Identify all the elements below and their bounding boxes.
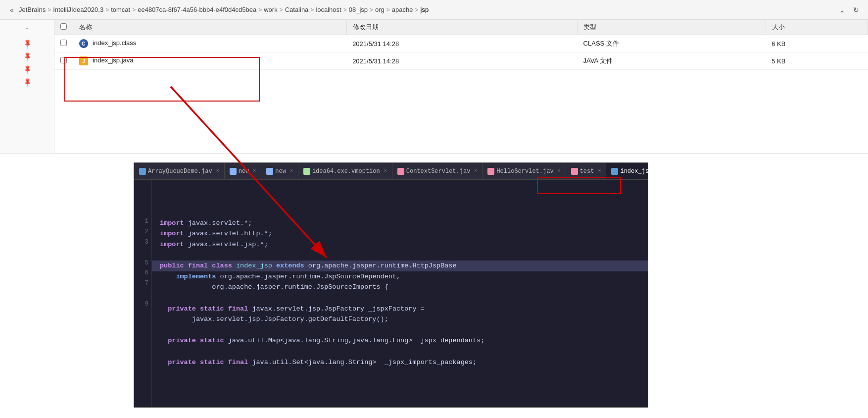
code-line-import2: import javax.servlet.http.*; [160, 228, 640, 239]
sep-2: > [105, 6, 109, 13]
code-line-blank-1 [160, 186, 640, 197]
tab-close-test[interactable]: × [598, 168, 601, 174]
sep-6: > [310, 6, 314, 13]
sep-7: > [343, 6, 347, 13]
code-line-implements2: org.apache.jasper.runtime.JspSourceImpor… [160, 282, 640, 293]
code-content[interactable]: import javax.servlet.*; import javax.ser… [152, 180, 648, 407]
tab-close-contextservlet[interactable]: × [474, 168, 477, 174]
code-line-blank4 [160, 250, 640, 261]
svg-text:J: J [82, 58, 85, 64]
tab-close-new2[interactable]: × [290, 168, 293, 174]
code-line-private2: private static java.util.Map<java.lang.S… [160, 335, 640, 346]
breadcrumb-item-3[interactable]: tomcat [111, 6, 130, 13]
code-line-blank7 [160, 346, 640, 357]
tab-contextservlet[interactable]: ContextServlet.jav × [392, 163, 483, 179]
breadcrumb-item-4[interactable]: ee4807ca-8f67-4a56-bbb4-e4f0d4cd5bea [138, 6, 256, 13]
code-line-private1b: javax.servlet.jsp.JspFactory.getDefaultF… [160, 314, 640, 325]
tab-helloservlet[interactable]: HelloServlet.jav × [482, 163, 566, 179]
editor-tab-bar: ArrayQueueDemo.jav × new × new × idea64.… [134, 163, 648, 180]
code-line-implements: implements org.apache.jasper.runtime.Jsp… [160, 271, 640, 282]
col-date[interactable]: 修改日期 [346, 20, 577, 35]
tab-icon-arrayqueue [139, 168, 146, 175]
tab-icon-index-jsp [611, 168, 618, 175]
table-header-row: 名称 修改日期 类型 大小 [54, 20, 868, 35]
tab-close-arrayqueue[interactable]: × [216, 168, 219, 174]
breadcrumb: JetBrains > IntelliJIdea2020.3 > tomcat … [19, 6, 835, 13]
breadcrumb-item-5[interactable]: work [264, 6, 277, 13]
dropdown-button[interactable]: ⌄ [835, 3, 849, 17]
code-line-private3: private static final java.util.Set<java.… [160, 357, 640, 368]
code-line-private1: private static final javax.servlet.jsp.J… [160, 304, 640, 314]
code-line-import3: import javax.servlet.jsp.*; [160, 239, 640, 250]
file-type-2: JAVA 文件 [578, 52, 766, 70]
code-line-import1: import javax.servlet.*; [160, 218, 640, 229]
file-date-1: 2021/5/31 14:28 [346, 35, 577, 52]
breadcrumb-item-1[interactable]: JetBrains [19, 6, 46, 13]
file-type-1: CLASS 文件 [578, 35, 766, 52]
breadcrumb-bar: « JetBrains > IntelliJIdea2020.3 > tomca… [0, 0, 868, 20]
file-name-2[interactable]: J index_jsp.java [73, 52, 347, 70]
code-line-blank5 [160, 293, 640, 304]
sep-1: > [48, 6, 51, 13]
breadcrumb-item-11[interactable]: jsp [421, 6, 429, 13]
code-line-class-decl: public final class index_jsp extends org… [152, 261, 648, 271]
code-line-blank-2 [160, 197, 640, 208]
breadcrumb-item-6[interactable]: Catalina [285, 6, 309, 13]
tab-new-2[interactable]: new × [261, 163, 298, 179]
tab-idea64[interactable]: idea64.exe.vmoption × [298, 163, 392, 179]
col-size[interactable]: 大小 [766, 20, 868, 35]
col-type[interactable]: 类型 [578, 20, 766, 35]
tab-close-helloservlet[interactable]: × [558, 168, 561, 174]
table-row[interactable]: J index_jsp.java 2021/5/31 14:28 JAVA 文件… [54, 52, 868, 70]
breadcrumb-item-7[interactable]: localhost [316, 6, 341, 13]
java-icon: J [79, 56, 88, 65]
scroll-up-arrow[interactable]: ⌃ [0, 25, 54, 36]
tab-close-new1[interactable]: × [253, 168, 256, 174]
tab-close-idea64[interactable]: × [384, 168, 387, 174]
sep-3: > [132, 6, 136, 13]
sep-4: > [258, 6, 262, 13]
class-icon [79, 39, 88, 48]
table-row[interactable]: index_jsp.class 2021/5/31 14:28 CLASS 文件… [54, 35, 868, 52]
refresh-button[interactable]: ↻ [849, 3, 863, 17]
tab-icon-new1 [230, 168, 237, 175]
code-line-blank6 [160, 325, 640, 336]
checkbox-header [54, 20, 73, 35]
breadcrumb-item-2[interactable]: IntelliJIdea2020.3 [53, 6, 103, 13]
pin-icon-1[interactable]: 📌 [20, 37, 34, 51]
file-table-wrapper: 名称 修改日期 类型 大小 index_jsp.class [54, 20, 868, 153]
editor-content: 1 2 3 5 6 7 9 import javax.servlet.*; im… [134, 180, 648, 407]
breadcrumb-item-10[interactable]: apache [392, 6, 413, 13]
line-numbers: 1 2 3 5 6 7 9 [134, 180, 152, 407]
row-checkbox-1[interactable] [54, 35, 73, 52]
tab-icon-contextservlet [397, 168, 404, 175]
breadcrumb-item-8[interactable]: 08_jsp [349, 6, 368, 13]
file-explorer: ⌃ 📌 📌 📌 📌 名称 修改日期 类型 大小 [0, 20, 868, 154]
code-line-blank-3 [160, 207, 640, 218]
breadcrumb-item-9[interactable]: org [375, 6, 385, 13]
sep-9: > [386, 6, 390, 13]
tab-test[interactable]: test × [566, 163, 607, 179]
file-size-1: 6 KB [766, 35, 868, 52]
tab-new-1[interactable]: new × [225, 163, 262, 179]
tab-icon-helloservlet [487, 168, 494, 175]
sep-10: > [415, 6, 419, 13]
file-name-1[interactable]: index_jsp.class [73, 35, 347, 52]
sep-8: > [370, 6, 373, 13]
left-sidebar: ⌃ 📌 📌 📌 📌 [0, 20, 54, 153]
col-name[interactable]: 名称 [73, 20, 347, 35]
file-size-2: 5 KB [766, 52, 868, 70]
pin-icon-2[interactable]: 📌 [20, 50, 34, 63]
file-date-2: 2021/5/31 14:28 [346, 52, 577, 70]
code-editor: ArrayQueueDemo.jav × new × new × idea64.… [134, 162, 648, 408]
pin-icon-4[interactable]: 📌 [20, 75, 34, 89]
tab-index-jsp-java[interactable]: index_jsp.jav × [606, 163, 648, 179]
pin-icon-3[interactable]: 📌 [20, 62, 34, 76]
tab-icon-new2 [266, 168, 273, 175]
tab-arrayqueue[interactable]: ArrayQueueDemo.jav × [134, 163, 225, 179]
back-button[interactable]: « [5, 3, 19, 17]
select-all-checkbox[interactable] [60, 23, 67, 30]
tab-icon-test [571, 168, 578, 175]
file-table: 名称 修改日期 类型 大小 index_jsp.class [54, 20, 868, 70]
row-checkbox-2[interactable] [54, 52, 73, 70]
